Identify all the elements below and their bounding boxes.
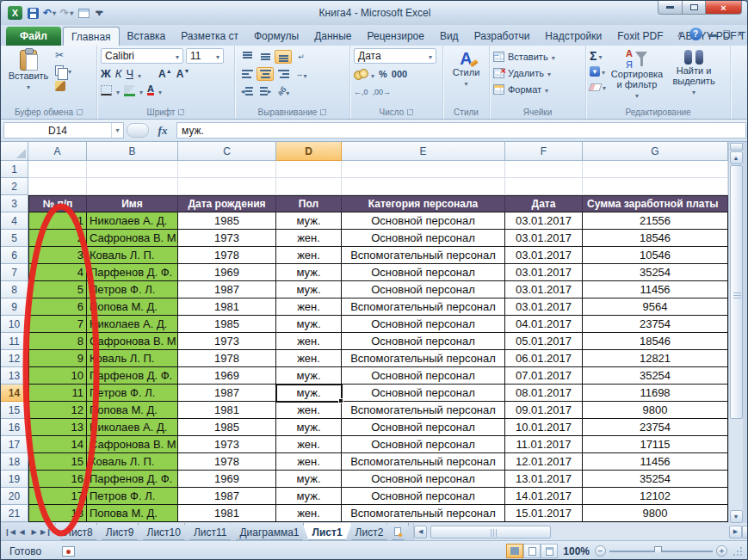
cell-A12[interactable]: 9 (28, 350, 87, 367)
chevron-down-icon[interactable]: ▾ (111, 123, 123, 138)
tab-Надстройки[interactable]: Надстройки (537, 27, 609, 46)
align-right-button[interactable] (275, 67, 292, 81)
paste-button[interactable]: Вставить (4, 48, 53, 106)
cell-F18[interactable]: 12.01.2017 (505, 453, 583, 471)
tab-Данные[interactable]: Данные (306, 27, 359, 46)
cell-F21[interactable]: 15.01.2017 (505, 505, 583, 522)
zoom-in-icon[interactable]: + (716, 545, 727, 557)
cell-G21[interactable]: 9800 (583, 505, 728, 522)
cell-A2[interactable] (28, 178, 87, 195)
normal-view-button[interactable] (506, 544, 523, 558)
cell-D5[interactable]: жен. (276, 230, 342, 247)
cell-A20[interactable]: 17 (28, 488, 87, 505)
fill-color-button[interactable] (124, 85, 135, 95)
cell-B6[interactable]: Коваль Л. П. (87, 247, 178, 264)
minimize-button[interactable] (658, 1, 683, 15)
tab-split-handle[interactable] (742, 526, 748, 538)
autosum-button[interactable]: Σ (590, 49, 602, 63)
cell-E6[interactable]: Вспомогательный персонал (342, 247, 505, 264)
merge-center-button[interactable]: ↔ (293, 67, 310, 81)
row-header-2[interactable]: 2 (1, 178, 28, 195)
row-header-8[interactable]: 8 (1, 281, 28, 298)
horizontal-scroll-thumb[interactable] (430, 526, 551, 538)
cell-B2[interactable] (87, 178, 178, 195)
cell-A17[interactable]: 14 (28, 436, 87, 453)
cell-D10[interactable]: муж. (276, 316, 342, 333)
column-header-D[interactable]: D (276, 142, 342, 161)
bold-button[interactable]: Ж (101, 67, 111, 80)
row-header-14[interactable]: 14 (1, 385, 28, 402)
column-header-G[interactable]: G (583, 142, 728, 161)
cell-E8[interactable]: Основной персонал (342, 281, 505, 298)
cell-G19[interactable]: 35254 (583, 471, 728, 488)
cell-D8[interactable]: муж. (276, 281, 342, 298)
cell-E18[interactable]: Вспомогательный персонал (342, 453, 505, 471)
cell-G3[interactable]: Сумма заработной платы (583, 195, 728, 212)
cell-D7[interactable]: муж. (276, 264, 342, 281)
row-header-5[interactable]: 5 (1, 230, 28, 247)
decrease-indent-button[interactable]: ◂ (238, 84, 256, 98)
cell-G7[interactable]: 35254 (583, 264, 728, 281)
cell-E10[interactable]: Основной персонал (342, 316, 505, 333)
cell-E3[interactable]: Категория персонала (342, 195, 505, 212)
cell-F16[interactable]: 10.01.2017 (505, 419, 583, 436)
cell-D18[interactable]: жен. (276, 453, 342, 471)
comma-style-button[interactable]: 000 (392, 69, 407, 79)
cell-B18[interactable]: Коваль Л. П. (87, 453, 178, 471)
cell-C5[interactable]: 1973 (178, 230, 276, 247)
cell-B17[interactable]: Сафронова В. М. (87, 436, 178, 453)
cell-E19[interactable]: Основной персонал (342, 471, 505, 488)
row-header-1[interactable]: 1 (1, 161, 28, 178)
row-header-10[interactable]: 10 (1, 316, 28, 333)
cell-B4[interactable]: Николаев А. Д. (87, 212, 178, 230)
cell-C18[interactable]: 1978 (178, 453, 276, 471)
cell-G14[interactable]: 11698 (583, 385, 728, 402)
cell-D14[interactable]: муж. (276, 385, 342, 402)
font-size-select[interactable]: 11 (186, 48, 224, 64)
zoom-slider[interactable]: − + (595, 545, 727, 557)
row-header-9[interactable]: 9 (1, 298, 28, 316)
row-header-17[interactable]: 17 (1, 436, 28, 453)
row-header-11[interactable]: 11 (1, 333, 28, 350)
underline-button[interactable]: Ч (126, 67, 133, 80)
cell-F9[interactable]: 03.01.2017 (505, 298, 583, 316)
scroll-left-icon[interactable]: ◀ (414, 526, 427, 538)
cell-A15[interactable]: 12 (28, 402, 87, 419)
grow-font-button[interactable]: А▲ (158, 68, 172, 80)
cell-C7[interactable]: 1969 (178, 264, 276, 281)
align-top-button[interactable] (238, 50, 256, 64)
vertical-scrollbar[interactable]: ▲ ▼ (728, 142, 743, 523)
row-header-16[interactable]: 16 (1, 419, 28, 436)
cell-B21[interactable]: Попова М. Д. (87, 505, 178, 522)
prev-sheet-icon[interactable]: ◀ (16, 528, 28, 536)
cell-C14[interactable]: 1987 (178, 385, 276, 402)
dialog-launcher-icon[interactable] (178, 109, 184, 115)
cell-F11[interactable]: 05.01.2017 (505, 333, 583, 350)
name-box[interactable]: D14 ▾ (3, 122, 124, 138)
cell-A7[interactable]: 4 (28, 264, 87, 281)
column-header-B[interactable]: B (87, 142, 178, 161)
cell-G15[interactable]: 9800 (583, 402, 728, 419)
font-color-button[interactable]: А (147, 84, 154, 95)
sheet-tab-Лист10[interactable]: Лист10 (138, 523, 190, 540)
styles-button[interactable]: А Стили (453, 48, 480, 106)
cell-B10[interactable]: Николаев А. Д. (87, 316, 178, 333)
cell-F1[interactable] (505, 161, 583, 178)
align-center-button[interactable] (257, 67, 274, 81)
copy-button[interactable] (55, 64, 71, 77)
dialog-launcher-icon[interactable] (320, 109, 326, 115)
cell-E5[interactable]: Основной персонал (342, 230, 505, 247)
cell-F7[interactable]: 03.01.2017 (505, 264, 583, 281)
row-header-7[interactable]: 7 (1, 264, 28, 281)
cell-D17[interactable]: жен. (276, 436, 342, 453)
scroll-down-icon[interactable]: ▼ (730, 510, 743, 523)
cell-B8[interactable]: Петров Ф. Л. (87, 281, 178, 298)
cell-D4[interactable]: муж. (276, 212, 342, 230)
format-painter-button[interactable] (55, 79, 65, 93)
cell-A14[interactable]: 11 (28, 385, 87, 402)
help-icon[interactable]: ? (689, 28, 702, 40)
cell-G6[interactable]: 10546 (583, 247, 728, 264)
last-sheet-icon[interactable]: ▶❙ (40, 528, 52, 536)
cell-D6[interactable]: жен. (276, 247, 342, 264)
formula-input[interactable]: муж. (176, 122, 746, 138)
